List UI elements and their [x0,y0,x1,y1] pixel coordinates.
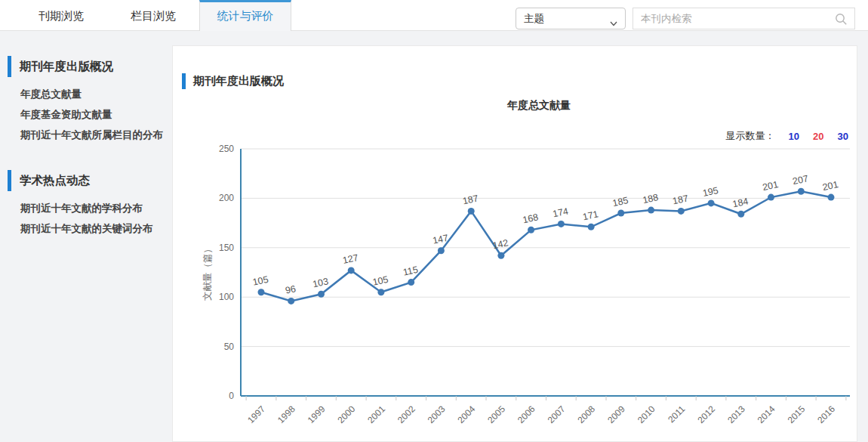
svg-text:150: 150 [219,243,234,253]
svg-text:103: 103 [312,276,329,289]
svg-text:1998: 1998 [275,403,297,425]
svg-text:168: 168 [522,212,539,225]
svg-text:142: 142 [491,237,509,251]
svg-text:2013: 2013 [725,403,747,425]
display-count-option-20[interactable]: 20 [813,131,823,142]
top-navigation-bar: 刊期浏览 栏目浏览 统计与评价 主题 [0,0,868,31]
svg-text:2014: 2014 [756,403,777,425]
sidebar-section-academic-hotspots: 学术热点动态 [0,170,172,191]
chevron-down-icon [609,14,618,35]
sidebar: 期刊年度出版概况 年度总文献量 年度基金资助文献量 期刊近十年文献所属栏目的分布… [0,31,172,249]
svg-text:184: 184 [731,196,749,209]
svg-text:2003: 2003 [426,403,448,425]
svg-text:2015: 2015 [786,403,808,425]
topic-select-value: 主题 [524,13,544,24]
svg-text:96: 96 [285,283,297,296]
svg-text:2005: 2005 [485,403,507,425]
svg-text:188: 188 [642,192,659,206]
svg-text:2008: 2008 [575,403,597,425]
tab-statistics-evaluation[interactable]: 统计与评价 [199,0,291,31]
section-accent-bar [8,170,11,191]
svg-text:171: 171 [582,209,599,222]
svg-text:2007: 2007 [546,403,568,425]
svg-text:201: 201 [822,179,839,193]
svg-text:105: 105 [252,274,269,288]
sidebar-list: 期刊近十年文献的学科分布 期刊近十年文献的关键词分布 [0,198,172,239]
sidebar-section-title: 期刊年度出版概况 [20,59,113,75]
svg-text:2000: 2000 [336,403,358,425]
svg-text:2011: 2011 [666,403,687,425]
svg-text:2016: 2016 [815,403,837,425]
svg-text:127: 127 [342,252,359,266]
svg-text:2006: 2006 [516,403,537,425]
panel-section-title: 期刊年度出版概况 [193,74,284,88]
svg-text:105: 105 [371,274,389,288]
svg-text:201: 201 [762,179,779,193]
chart-title: 年度总文献量 [218,99,860,113]
svg-text:2004: 2004 [456,403,478,425]
sidebar-item-subject-distribution[interactable]: 期刊近十年文献的学科分布 [0,198,172,218]
svg-text:0: 0 [229,391,234,401]
svg-text:1997: 1997 [245,403,267,425]
main-content-panel: 期刊年度出版概况 年度总文献量 显示数量： 10 20 30 050100150… [172,45,857,442]
sidebar-list: 年度总文献量 年度基金资助文献量 期刊近十年文献所属栏目的分布 [0,84,172,145]
sidebar-item-annual-total-documents[interactable]: 年度总文献量 [0,84,172,104]
sidebar-section-publication-overview: 期刊年度出版概况 [0,56,172,77]
svg-text:50: 50 [224,342,235,352]
svg-text:207: 207 [792,173,809,187]
chart-area: 0501001502002501051997961998103199912720… [176,143,859,441]
search-area: 主题 [516,8,855,29]
svg-text:187: 187 [672,193,689,206]
svg-text:2010: 2010 [636,403,657,425]
svg-text:200: 200 [219,193,234,203]
svg-text:2009: 2009 [605,403,627,425]
tab-bar: 刊期浏览 栏目浏览 统计与评价 [15,0,291,31]
svg-text:187: 187 [462,193,479,206]
display-count-option-30[interactable]: 30 [838,131,848,142]
svg-text:文献量（篇）: 文献量（篇） [202,244,213,301]
search-icon[interactable] [835,13,848,29]
line-chart: 0501001502002501051997961998103199912720… [176,143,859,441]
sidebar-item-keyword-distribution[interactable]: 期刊近十年文献的关键词分布 [0,218,172,239]
sidebar-section-title: 学术热点动态 [20,173,90,189]
svg-text:250: 250 [219,144,234,154]
svg-text:1999: 1999 [306,403,328,425]
svg-text:174: 174 [552,206,569,219]
display-count-label: 显示数量： [726,129,775,143]
svg-text:2001: 2001 [365,403,387,425]
section-accent-bar [8,56,11,77]
svg-text:185: 185 [611,195,629,209]
tab-issue-browse[interactable]: 刊期浏览 [15,0,107,31]
sidebar-item-column-distribution[interactable]: 期刊近十年文献所属栏目的分布 [0,125,172,145]
svg-text:195: 195 [702,185,719,199]
journal-search-box [633,8,855,29]
svg-text:2012: 2012 [695,403,717,425]
search-input[interactable] [633,8,854,29]
sidebar-item-annual-funded-documents[interactable]: 年度基金资助文献量 [0,104,172,125]
section-accent-bar [182,73,186,89]
panel-section-header: 期刊年度出版概况 [182,73,284,89]
display-count-option-10[interactable]: 10 [789,131,799,142]
svg-text:2002: 2002 [396,403,417,425]
tab-column-browse[interactable]: 栏目浏览 [107,0,199,31]
display-count-control: 显示数量： 10 20 30 [726,129,848,143]
topic-select[interactable]: 主题 [516,8,626,29]
svg-text:100: 100 [219,292,234,302]
